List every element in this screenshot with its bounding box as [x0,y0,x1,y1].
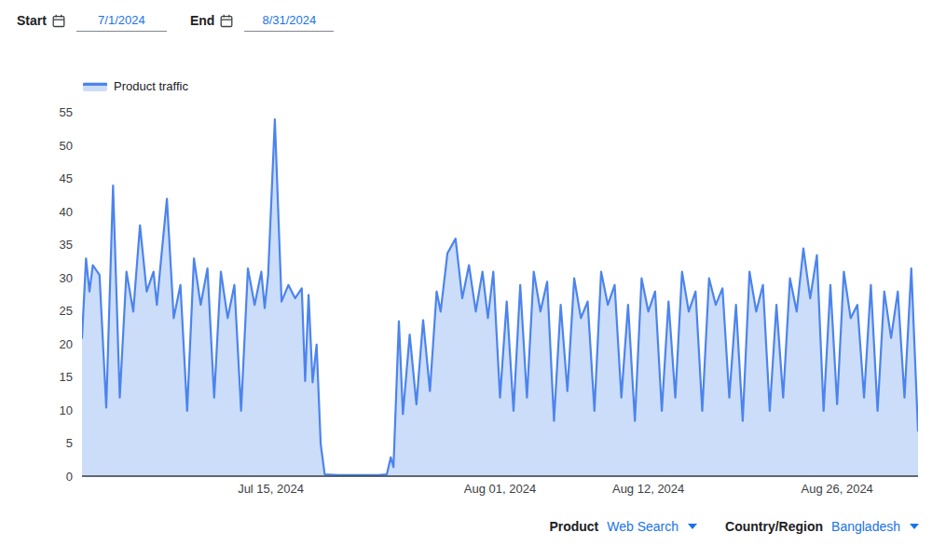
y-axis-label: 20 [28,336,73,353]
y-axis-label: 50 [28,138,73,155]
y-axis-label: 45 [28,171,73,187]
chevron-down-icon[interactable] [910,524,919,529]
product-value[interactable]: Web Search [607,519,678,534]
x-axis-label: Aug 01, 2024 [464,482,536,497]
date-range-controls: Start 7/1/2024 End 8/31/2024 [17,11,334,32]
product-label: Product [549,519,598,534]
y-axis-label: 35 [28,237,73,253]
chevron-down-icon[interactable] [688,524,697,529]
x-axis-label: Aug 26, 2024 [802,482,873,497]
start-date-input[interactable]: 7/1/2024 [76,11,167,32]
traffic-area-chart [82,107,918,477]
calendar-icon[interactable] [52,14,65,32]
y-axis-label: 25 [28,303,73,320]
country-label: Country/Region [725,519,823,534]
y-axis-label: 10 [28,403,73,419]
series-area-fill [82,119,918,477]
country-value[interactable]: Bangladesh [831,519,900,534]
y-axis-label: 0 [28,469,73,485]
end-label: End [190,11,214,30]
start-label: Start [17,11,47,30]
calendar-icon[interactable] [220,14,233,32]
end-date-input[interactable]: 8/31/2024 [244,11,334,32]
end-date-group: End 8/31/2024 [190,11,334,32]
x-axis-label: Aug 12, 2024 [612,482,684,497]
y-axis-label: 15 [28,369,73,386]
legend-label: Product traffic [114,80,188,93]
chart-plot-area [82,107,918,477]
country-selector[interactable]: Country/Region Bangladesh [725,519,919,534]
y-axis-label: 55 [28,104,73,121]
start-date-group: Start 7/1/2024 [17,11,167,32]
y-axis-label: 5 [28,435,73,452]
legend-area-swatch-icon [83,82,107,91]
filter-controls: Product Web Search Country/Region Bangla… [0,519,919,534]
y-axis-label: 30 [28,270,73,287]
product-selector[interactable]: Product Web Search [549,519,697,534]
chart-legend: Product traffic [83,80,188,93]
x-axis-label: Jul 15, 2024 [238,482,304,497]
y-axis-label: 40 [28,204,73,221]
